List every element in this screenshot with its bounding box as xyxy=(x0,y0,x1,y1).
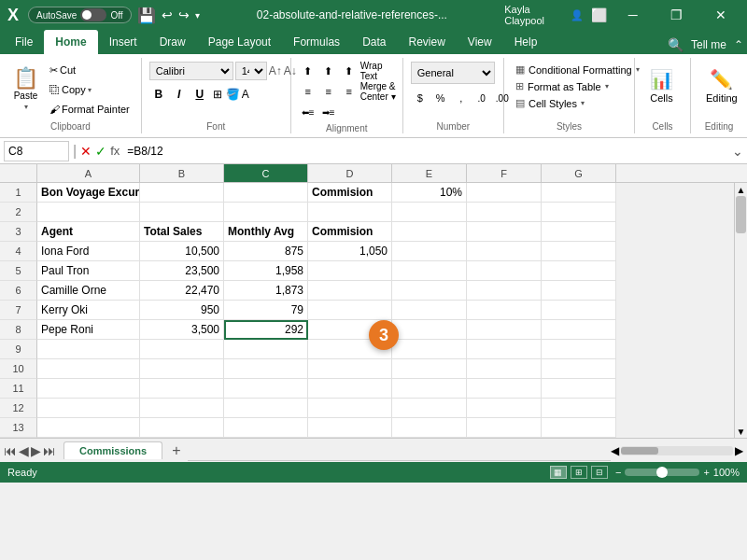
cell-f6[interactable] xyxy=(467,281,542,301)
zoom-out-icon[interactable]: − xyxy=(615,467,621,478)
cell-a3[interactable]: Agent xyxy=(37,222,140,242)
cell-f7[interactable] xyxy=(467,301,542,320)
fill-color-icon[interactable]: 🪣 xyxy=(226,88,240,101)
cell-a13[interactable] xyxy=(37,418,140,438)
cell-styles-button[interactable]: ▤ Cell Styles ▾ xyxy=(512,95,643,111)
cell-f2[interactable] xyxy=(467,203,542,222)
cell-b11[interactable] xyxy=(140,379,224,399)
row-num-12[interactable]: 12 xyxy=(0,399,37,418)
editing-button[interactable]: ✏️ Editing xyxy=(698,60,745,112)
align-top-left-btn[interactable]: ⬆ xyxy=(299,62,317,80)
cell-b8[interactable]: 3,500 xyxy=(140,320,224,340)
cell-g7[interactable] xyxy=(542,301,616,320)
cell-a2[interactable] xyxy=(37,203,140,222)
number-format-select[interactable]: General xyxy=(411,62,495,84)
sheet-prev-icon[interactable]: ◀ xyxy=(19,443,29,458)
cell-b6[interactable]: 22,470 xyxy=(140,281,224,301)
row-num-8[interactable]: 8 xyxy=(0,320,37,340)
cell-b1[interactable] xyxy=(140,183,224,203)
zoom-in-icon[interactable]: + xyxy=(703,467,709,478)
cell-g5[interactable] xyxy=(542,261,616,281)
currency-btn[interactable]: $ xyxy=(411,89,430,107)
cell-g3[interactable] xyxy=(542,222,616,242)
tab-home[interactable]: Home xyxy=(44,30,97,54)
cell-b13[interactable] xyxy=(140,418,224,438)
cell-d3[interactable]: Commision xyxy=(308,222,392,242)
cell-e9[interactable] xyxy=(392,340,467,359)
col-header-b[interactable]: B xyxy=(140,164,224,182)
align-top-right-btn[interactable]: ⬆ xyxy=(340,62,359,80)
cell-e3[interactable] xyxy=(392,222,467,242)
format-as-table-button[interactable]: ⊞ Format as Table ▾ xyxy=(512,78,643,94)
tab-insert[interactable]: Insert xyxy=(98,30,148,54)
align-left-btn[interactable]: ≡ xyxy=(299,82,317,101)
row-num-1[interactable]: 1 xyxy=(0,183,37,203)
cell-f4[interactable] xyxy=(467,242,542,261)
font-name-select[interactable]: Calibri xyxy=(149,62,233,80)
zoom-slider[interactable] xyxy=(625,469,699,476)
bold-button[interactable]: B xyxy=(149,85,168,104)
increase-indent-btn[interactable]: ➡≡ xyxy=(319,103,338,121)
tab-data[interactable]: Data xyxy=(351,30,397,54)
ribbon-display-icon[interactable]: ⬜ xyxy=(591,7,607,22)
cell-e12[interactable] xyxy=(392,399,467,418)
cell-g12[interactable] xyxy=(542,399,616,418)
cell-b9[interactable] xyxy=(140,340,224,359)
cell-a4[interactable]: Iona Ford xyxy=(37,242,140,261)
cell-a6[interactable]: Camille Orne xyxy=(37,281,140,301)
cell-c2[interactable] xyxy=(224,203,308,222)
tab-help[interactable]: Help xyxy=(503,30,549,54)
row-num-10[interactable]: 10 xyxy=(0,359,37,379)
autosave-badge[interactable]: AutoSave Off xyxy=(28,7,132,23)
cell-f10[interactable] xyxy=(467,359,542,379)
autosave-toggle[interactable] xyxy=(80,8,106,21)
cell-f3[interactable] xyxy=(467,222,542,242)
ribbon-collapse-icon[interactable]: ⌃ xyxy=(734,38,743,51)
cell-reference-box[interactable]: C8 xyxy=(4,141,69,161)
cell-e8[interactable] xyxy=(392,320,467,340)
restore-button[interactable]: ❐ xyxy=(658,0,695,30)
row-num-2[interactable]: 2 xyxy=(0,203,37,222)
cell-d5[interactable] xyxy=(308,261,392,281)
cell-b7[interactable]: 950 xyxy=(140,301,224,320)
cell-b10[interactable] xyxy=(140,359,224,379)
row-num-13[interactable]: 13 xyxy=(0,418,37,438)
merge-center-btn[interactable]: Merge & Center ▾ xyxy=(360,82,407,101)
cell-g9[interactable] xyxy=(542,340,616,359)
scroll-up-btn[interactable]: ▲ xyxy=(735,183,747,196)
vertical-scrollbar[interactable]: ▲ ▼ xyxy=(734,183,747,438)
border-icon[interactable]: ⊞ xyxy=(213,88,222,101)
italic-button[interactable]: I xyxy=(170,85,189,104)
scroll-thumb[interactable] xyxy=(736,196,746,233)
cells-button[interactable]: 📊 Cells xyxy=(642,60,681,112)
undo-icon[interactable]: ↩ xyxy=(162,7,173,22)
cell-a8[interactable]: Pepe Roni xyxy=(37,320,140,340)
cell-g10[interactable] xyxy=(542,359,616,379)
cell-e2[interactable] xyxy=(392,203,467,222)
conditional-formatting-button[interactable]: ▦ Conditional Formatting ▾ xyxy=(512,62,643,77)
hscroll-right-icon[interactable]: ▶ xyxy=(735,444,743,457)
cell-g6[interactable] xyxy=(542,281,616,301)
tab-view[interactable]: View xyxy=(457,30,503,54)
cell-c13[interactable] xyxy=(224,418,308,438)
col-header-d[interactable]: D xyxy=(308,164,392,182)
cell-d6[interactable] xyxy=(308,281,392,301)
share-icon[interactable]: 👤 xyxy=(571,9,584,21)
sheet-next-icon[interactable]: ▶ xyxy=(31,443,41,458)
tab-file[interactable]: File xyxy=(4,30,44,54)
tab-review[interactable]: Review xyxy=(397,30,456,54)
cell-e11[interactable] xyxy=(392,379,467,399)
cell-g1[interactable] xyxy=(542,183,616,203)
copy-button[interactable]: ⿻ Copy ▾ xyxy=(46,80,134,99)
cell-b5[interactable]: 23,500 xyxy=(140,261,224,281)
wrap-text-btn[interactable]: Wrap Text xyxy=(360,62,398,80)
cell-e6[interactable] xyxy=(392,281,467,301)
tell-me-label[interactable]: Tell me xyxy=(691,38,726,51)
tab-page-layout[interactable]: Page Layout xyxy=(197,30,282,54)
row-num-5[interactable]: 5 xyxy=(0,261,37,281)
cell-a7[interactable]: Kerry Oki xyxy=(37,301,140,320)
col-header-c[interactable]: C xyxy=(224,164,308,182)
cell-c3[interactable]: Monthly Avg xyxy=(224,222,308,242)
cell-g13[interactable] xyxy=(542,418,616,438)
cell-c11[interactable] xyxy=(224,379,308,399)
